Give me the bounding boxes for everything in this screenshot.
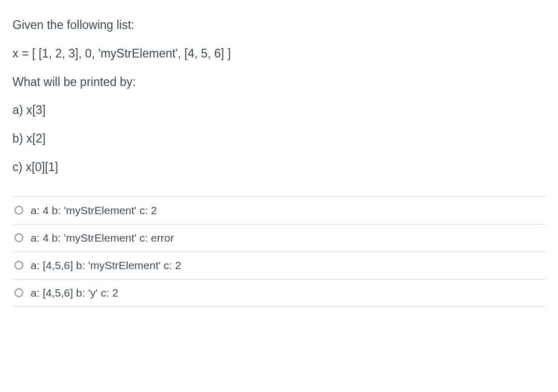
option-label: a: [4,5,6] b: 'y' c: 2 xyxy=(31,287,118,299)
question-line-1: Given the following list: xyxy=(12,16,546,35)
option-row[interactable]: a: [4,5,6] b: 'y' c: 2 xyxy=(12,279,546,307)
option-row[interactable]: a: [4,5,6] b: 'myStrElement' c: 2 xyxy=(12,251,546,279)
question-line-5: b) x[2] xyxy=(12,129,546,148)
option-row[interactable]: a: 4 b: 'myStrElement' c: 2 xyxy=(12,197,546,224)
question-line-3: What will be printed by: xyxy=(12,73,546,92)
option-label: a: [4,5,6] b: 'myStrElement' c: 2 xyxy=(31,259,181,272)
option-row[interactable]: a: 4 b: 'myStrElement' c: error xyxy=(12,224,546,251)
radio-icon[interactable] xyxy=(15,233,23,242)
question-line-2: x = [ [1, 2, 3], 0, 'myStrElement', [4, … xyxy=(12,44,546,63)
radio-icon[interactable] xyxy=(15,288,23,297)
answer-options: a: 4 b: 'myStrElement' c: 2 a: 4 b: 'myS… xyxy=(12,197,546,307)
question-block: Given the following list: x = [ [1, 2, 3… xyxy=(12,16,546,177)
question-line-6: c) x[0][1] xyxy=(12,158,546,177)
option-label: a: 4 b: 'myStrElement' c: 2 xyxy=(31,204,157,217)
radio-icon[interactable] xyxy=(15,206,23,215)
radio-icon[interactable] xyxy=(15,261,23,270)
option-label: a: 4 b: 'myStrElement' c: error xyxy=(31,232,174,244)
question-line-4: a) x[3] xyxy=(12,101,546,120)
